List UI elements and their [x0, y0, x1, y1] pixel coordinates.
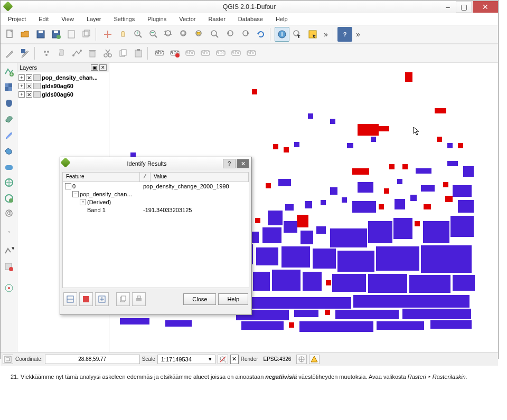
- deselect-icon[interactable]: [305, 27, 320, 42]
- col-feature[interactable]: Feature: [63, 173, 140, 182]
- add-raster-icon[interactable]: [2, 81, 16, 94]
- edit-toggle-icon[interactable]: [3, 46, 17, 61]
- add-oracle-icon[interactable]: [2, 144, 16, 158]
- menu-settings[interactable]: Settings: [108, 15, 140, 23]
- label-show-icon[interactable]: abc: [198, 46, 213, 61]
- menu-help[interactable]: Help: [270, 15, 293, 23]
- add-vector-icon[interactable]: +: [2, 65, 16, 79]
- zoom-out-icon[interactable]: −: [146, 27, 161, 42]
- visibility-checkbox[interactable]: ✕: [26, 83, 32, 89]
- label-pin-icon[interactable]: abc: [183, 46, 198, 61]
- select-icon[interactable]: [290, 27, 305, 42]
- expand-icon[interactable]: +: [18, 91, 25, 98]
- panel-close-icon[interactable]: ✕: [99, 64, 107, 71]
- menu-edit[interactable]: Edit: [33, 15, 54, 23]
- close-button[interactable]: ✕: [473, 1, 498, 13]
- dialog-help-icon[interactable]: ?: [223, 159, 236, 168]
- zoom-in-icon[interactable]: +: [131, 27, 146, 42]
- zoom-native-icon[interactable]: 1:1: [162, 27, 176, 42]
- collapse-all-icon[interactable]: [79, 292, 93, 306]
- cut-icon[interactable]: [100, 46, 115, 61]
- new-vector-icon[interactable]: ▾: [2, 244, 16, 258]
- print-icon[interactable]: [132, 292, 146, 306]
- tree-row[interactable]: +(Derived): [63, 198, 249, 206]
- collapse-icon[interactable]: −: [72, 191, 79, 197]
- col-sort[interactable]: ⁄: [140, 173, 151, 182]
- refresh-icon[interactable]: [253, 27, 268, 42]
- add-delimited-icon[interactable]: ,: [2, 223, 16, 237]
- add-feature-icon[interactable]: [39, 46, 54, 61]
- crs-icon[interactable]: [296, 355, 307, 364]
- coord-field[interactable]: 28.88,59.77: [45, 355, 140, 364]
- move-feature-icon[interactable]: [54, 46, 69, 61]
- new-project-icon[interactable]: [3, 27, 17, 42]
- collapse-icon[interactable]: −: [65, 183, 71, 189]
- pan-icon[interactable]: [100, 27, 115, 42]
- toggle-extents-icon[interactable]: [3, 355, 13, 364]
- visibility-checkbox[interactable]: ✕: [26, 91, 32, 98]
- render-checkbox[interactable]: ✕: [230, 355, 239, 364]
- col-value[interactable]: Value: [151, 173, 249, 182]
- tree-row[interactable]: Band 1 -191.34033203125: [63, 206, 249, 214]
- composer-manager-icon[interactable]: [79, 27, 94, 42]
- layer-item[interactable]: + ✕ glds90ag60: [18, 82, 108, 90]
- lock-scale-icon[interactable]: [218, 355, 228, 364]
- menu-database[interactable]: Database: [233, 15, 268, 23]
- minimize-button[interactable]: –: [440, 1, 456, 13]
- menu-project[interactable]: Project: [3, 15, 31, 23]
- add-csv-icon[interactable]: ⊕: [2, 207, 16, 221]
- add-wcs-icon[interactable]: [2, 176, 16, 189]
- delete-selected-icon[interactable]: [85, 46, 100, 61]
- tree-row[interactable]: −pop_density_chan…: [63, 190, 249, 198]
- gps-icon[interactable]: [2, 281, 16, 295]
- panel-float-icon[interactable]: ▣: [91, 64, 98, 71]
- new-composer-icon[interactable]: [64, 27, 79, 42]
- paste-icon[interactable]: [131, 46, 146, 61]
- toolbar-overflow[interactable]: »: [321, 30, 331, 39]
- copy-attrs-icon[interactable]: [116, 292, 130, 306]
- menu-layer[interactable]: Layer: [81, 15, 107, 23]
- close-button[interactable]: Close: [183, 293, 216, 305]
- dialog-titlebar[interactable]: Identify Results ? ✕: [60, 157, 251, 170]
- label-change-icon[interactable]: abc: [244, 46, 259, 61]
- menu-view[interactable]: View: [56, 15, 79, 23]
- menu-raster[interactable]: Raster: [203, 15, 230, 23]
- visibility-checkbox[interactable]: ✕: [26, 74, 32, 81]
- remove-layer-icon[interactable]: [2, 260, 16, 274]
- zoom-layer-icon[interactable]: [208, 27, 222, 42]
- menu-plugins[interactable]: Plugins: [142, 15, 172, 23]
- expand-all-icon[interactable]: [63, 292, 77, 306]
- help-icon[interactable]: ?: [337, 27, 352, 42]
- add-wfs-icon[interactable]: [2, 192, 16, 205]
- menu-vector[interactable]: Vector: [174, 15, 201, 23]
- label-move-icon[interactable]: abc: [213, 46, 228, 61]
- expand-icon[interactable]: +: [18, 83, 25, 89]
- zoom-last-icon[interactable]: [223, 27, 238, 42]
- layer-item[interactable]: + ✕ glds00ag60: [18, 90, 108, 99]
- add-spatialite-icon[interactable]: [2, 112, 16, 126]
- save-edits-icon[interactable]: [18, 46, 33, 61]
- dialog-close-icon[interactable]: ✕: [237, 159, 249, 168]
- save-as-icon[interactable]: [49, 27, 63, 42]
- label-highlight-icon[interactable]: abc: [167, 46, 182, 61]
- zoom-full-icon[interactable]: [177, 27, 192, 42]
- layer-item[interactable]: + ✕ pop_density_chan...: [18, 73, 108, 82]
- messages-icon[interactable]: [309, 355, 320, 364]
- add-mssql-icon[interactable]: [2, 128, 16, 142]
- zoom-selection-icon[interactable]: [192, 27, 207, 42]
- help-button[interactable]: Help: [218, 293, 248, 305]
- expand-icon[interactable]: +: [80, 199, 86, 205]
- node-tool-icon[interactable]: [70, 46, 84, 61]
- zoom-next-icon[interactable]: [238, 27, 253, 42]
- scale-field[interactable]: 1:17149534▾: [157, 355, 215, 364]
- add-wms-icon[interactable]: [2, 160, 16, 174]
- expand-new-icon[interactable]: [95, 292, 109, 306]
- add-postgis-icon[interactable]: [2, 97, 16, 110]
- copy-icon[interactable]: [116, 46, 130, 61]
- label-rotate-icon[interactable]: abc: [229, 46, 243, 61]
- maximize-button[interactable]: ▢: [456, 1, 472, 13]
- open-project-icon[interactable]: [18, 27, 33, 42]
- identify-tree[interactable]: Feature ⁄ Value −0 pop_density_change_20…: [62, 172, 249, 288]
- pan-selection-icon[interactable]: [116, 27, 130, 42]
- identify-icon[interactable]: i: [275, 27, 289, 42]
